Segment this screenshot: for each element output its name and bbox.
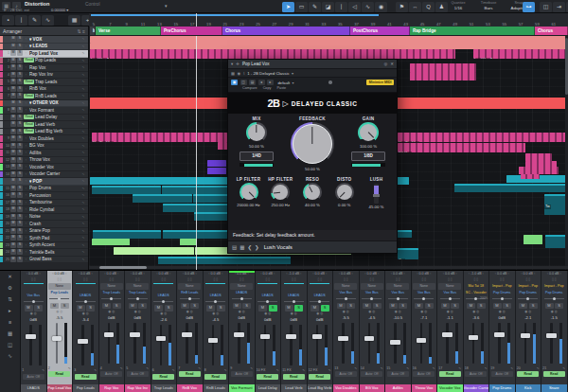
solo-button[interactable]: S <box>17 257 23 262</box>
plugin-window[interactable]: ▾ ✛ Pop Lead Vox ◎ ✕ ▦ ◉ ⌇ 1 - 2B Delaye… <box>227 59 398 254</box>
output-bus[interactable]: LEADS <box>256 293 279 298</box>
solo-button[interactable]: S <box>17 50 23 56</box>
arrow-tool[interactable]: ➤ <box>282 2 294 12</box>
channel-input-gain[interactable]: ◦ 0.0 dB ◦ <box>547 271 561 277</box>
record-arm-button[interactable]: ◦ <box>24 193 28 197</box>
fader-handle[interactable] <box>182 332 192 337</box>
mixer-channel-rap-vox-inv[interactable]: ◦ 0.0 dB ◦▯ ▯NoneTrap LeadsMS◉ ◎0dB5∿Aut… <box>125 271 151 392</box>
track-row[interactable]: 23MS◦Synth Accent∿ <box>0 242 88 250</box>
mute-button[interactable]: M <box>10 192 16 198</box>
playhead[interactable] <box>196 36 197 270</box>
automation-read-badge[interactable]: Read <box>24 80 34 84</box>
mute-button[interactable]: M <box>10 129 16 134</box>
record-arm-button[interactable]: ◦ <box>24 165 28 169</box>
arranger-header[interactable]: Arranger ⇅ ≡ <box>0 27 88 36</box>
section-marker[interactable]: Rap Bridge <box>410 27 535 35</box>
pan-control[interactable] <box>205 298 225 304</box>
collapse-icon[interactable]: ▾ <box>231 62 233 66</box>
automation-mode-button[interactable]: Read <box>152 374 174 380</box>
automation-mode-button[interactable]: Auto: Off <box>491 371 513 377</box>
sync-left-slider[interactable] <box>240 163 274 167</box>
automation-mode-button[interactable]: Auto: Off <box>100 371 122 377</box>
channel-solo-button[interactable]: S <box>373 303 382 310</box>
track-row[interactable]: 11MS◦Adlibs∿ <box>0 150 88 157</box>
mixer-channel-throw-vox[interactable]: ◦ 0.0 dB ◦▯ ▯NoneVox BusMS◉ ◎-7.116∿Auto… <box>412 271 438 392</box>
record-arm-button[interactable]: ◦ <box>24 243 28 247</box>
channel-mute-button[interactable]: M <box>311 305 319 312</box>
growl-bass-clip[interactable]: Growl Bass <box>158 257 291 264</box>
mixer-channel-vox-formant[interactable]: ◦ 0.0 dB ◦▯ ▯NoneLEADSMS◉ ◎0dB9∿Auto: Of… <box>229 271 256 392</box>
solo-button[interactable]: S <box>17 214 23 220</box>
record-arm-button[interactable]: ◦ <box>24 144 28 148</box>
leads-clip[interactable]: LEADS <box>90 43 568 49</box>
channel-mute-button[interactable]: M <box>337 303 346 310</box>
channel-mute-button[interactable]: M <box>233 303 241 310</box>
prev-preset-icon[interactable]: ❮ <box>247 244 252 250</box>
vocoder-clip[interactable]: Vocoder <box>207 168 226 174</box>
automation-mode-button[interactable]: Auto: Off <box>127 371 149 377</box>
channel-input-gain[interactable]: ◦ 0.0 dB ◦ <box>260 271 275 277</box>
insert-slot[interactable] <box>204 285 227 292</box>
track-row[interactable]: 22MS◦Synth Pad∿ <box>0 235 88 242</box>
plugin-slot-name[interactable]: 1 - 2B Delayed Classic <box>247 71 289 76</box>
channel-solo-button[interactable]: S <box>529 303 538 310</box>
audio-clip[interactable] <box>521 174 540 179</box>
record-arm-button[interactable]: ◦ <box>24 215 28 219</box>
sort-icon[interactable]: ⇅ ≡ <box>78 28 86 34</box>
insert-slot[interactable] <box>74 285 97 292</box>
pan-control[interactable] <box>128 296 148 302</box>
fader-handle[interactable] <box>469 335 479 340</box>
mixer-channel-rap-vox[interactable]: ◦ 0.0 dB ◦▯ ▯NoneTrap LeadsMS◉ ◎0dB4∿Aut… <box>99 271 126 392</box>
automation-parameter-panel[interactable]: ▦ ♪ Distortion E - 2B Del. ext 0.00000 ▾… <box>2 0 174 13</box>
record-arm-button[interactable]: ◦ <box>24 158 28 162</box>
draw-icon[interactable]: ✎ <box>28 15 41 26</box>
eraser-tool[interactable]: ◪ <box>322 2 334 12</box>
track-row[interactable]: 1MS◦Pop Lead Vox∿ <box>0 50 88 58</box>
channel-mute-button[interactable]: M <box>77 305 85 312</box>
output-bus[interactable]: SC - Vocoder <box>464 290 488 295</box>
output-bus[interactable]: Pop Leads <box>47 290 71 295</box>
pan-control[interactable] <box>362 296 382 302</box>
solo-button[interactable]: S <box>17 150 23 155</box>
pan-control[interactable] <box>232 296 252 302</box>
mix-knob[interactable] <box>246 122 267 143</box>
record-arm-button[interactable]: ◦ <box>24 101 28 105</box>
fader-handle[interactable] <box>417 338 427 343</box>
mixer-channel-lead-verb[interactable]: ◦ -1.0 dB ◦▯ ▯LEADSMS◉ ◎0dB11 FX∿ReadLea… <box>281 271 308 392</box>
track-row[interactable]: 5MSReadTrap Leads∿ <box>0 79 88 86</box>
channel-input-gain[interactable]: ◦ 0.0 dB ◦ <box>104 271 118 277</box>
automation-mode-button[interactable]: Read <box>179 371 201 377</box>
autoscroll-icon[interactable]: ↔ <box>409 2 421 12</box>
stop-tool-icon[interactable]: ▪ <box>2 15 14 26</box>
solo-button[interactable]: S <box>17 44 23 49</box>
channel-solo-button[interactable]: S <box>451 303 459 310</box>
lush-slider[interactable] <box>374 184 379 204</box>
mixer-channel-lead-delay[interactable]: ◦ 0.0 dB ◦▯ ▯LEADSMS◉ ◎0dB10 FX∿ReadLead… <box>256 271 282 392</box>
mixer-channel-rnb-leads[interactable]: ◦ 0.0 dB ◦▯ ▯LEADSMS◉ ◎-4.58∿ReadRnB Lea… <box>204 271 230 392</box>
channel-input-gain[interactable]: ◦ 0.0 dB ◦ <box>339 271 353 277</box>
track-row[interactable]: 6MS◦RnB Vox∿ <box>0 86 88 94</box>
record-arm-button[interactable]: ◦ <box>24 250 28 254</box>
solo-button[interactable]: S <box>17 235 23 241</box>
routing-icon[interactable]: ▦ <box>231 71 235 76</box>
marker-icon[interactable]: ⚑ <box>396 2 408 12</box>
channel-solo-button[interactable]: S <box>399 303 407 310</box>
insert-slot[interactable]: None <box>438 283 461 290</box>
pan-control[interactable] <box>76 298 96 304</box>
mute-button[interactable]: M <box>10 164 16 169</box>
insert-slot[interactable]: Impact - Pop <box>517 283 540 290</box>
automation-mode-button[interactable]: Read <box>517 371 539 377</box>
solo-button[interactable]: S <box>17 164 23 169</box>
mute-button[interactable]: M <box>10 186 16 191</box>
automation-mode-button[interactable]: Auto: Off <box>23 374 44 380</box>
solo-button[interactable]: S <box>17 121 23 127</box>
pan-control[interactable] <box>440 296 460 302</box>
solo-button[interactable]: S <box>17 192 23 198</box>
pan-control[interactable] <box>284 298 304 304</box>
close-icon[interactable]: ✕ <box>390 62 394 66</box>
automation-mode-button[interactable]: Auto: Off <box>465 371 487 377</box>
quantize-dropdown[interactable]: Quantize 1/16 <box>445 1 471 11</box>
hp-filter-knob[interactable] <box>271 183 290 202</box>
record-arm-button[interactable]: ◦ <box>24 51 28 55</box>
adlibs-clip[interactable]: Adlibs <box>525 153 552 161</box>
